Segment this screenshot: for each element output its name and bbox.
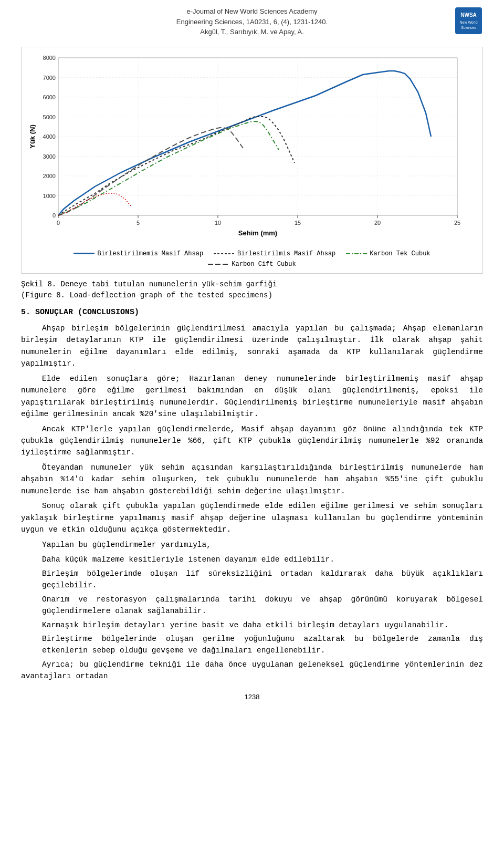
svg-text:5000: 5000 [43, 113, 56, 120]
header-text: e-Journal of New World Sciences Academy … [50, 6, 454, 37]
chart-container: 0 1000 2000 3000 4000 5000 6000 7000 800… [21, 47, 483, 274]
svg-text:4000: 4000 [43, 133, 56, 140]
legend-label-2: Birlestirilmis Masif Ahsap [237, 250, 335, 257]
header-line1: e-Journal of New World Sciences Academy [50, 6, 454, 17]
svg-text:Sehim (mm): Sehim (mm) [238, 229, 277, 237]
svg-text:New World: New World [459, 20, 477, 24]
page-number: 1238 [0, 693, 504, 711]
svg-text:8000: 8000 [43, 55, 56, 61]
paragraph-5: Sonuç olarak çift çubukla yapılan güçlen… [21, 500, 483, 535]
svg-text:5: 5 [136, 220, 140, 226]
svg-text:20: 20 [374, 220, 381, 226]
svg-text:3000: 3000 [43, 153, 56, 159]
legend-item-4: Karbon Cift Cubuk [208, 261, 296, 268]
legend-label-4: Karbon Cift Cubuk [232, 261, 296, 268]
main-content: 5. SONUÇLAR (CONCLUSIONS) Ahşap birleşim… [21, 306, 483, 682]
legend-item-2: Birlestirilmis Masif Ahsap [214, 250, 335, 257]
paragraph-4: Öteyandan numuneler yük sehim açısından … [21, 462, 483, 497]
svg-text:6000: 6000 [43, 94, 56, 100]
svg-text:0: 0 [57, 220, 60, 226]
paragraph-2: Elde edilen sonuçlara göre; Hazırlanan d… [21, 373, 483, 420]
caption-line1: Şekil 8. Deneye tabi tutulan numunelerin… [21, 279, 483, 290]
figure-caption: Şekil 8. Deneye tabi tutulan numunelerin… [21, 279, 483, 301]
legend-item-1: Birlestirilmemis Masif Ahsap [74, 250, 203, 257]
svg-text:15: 15 [295, 220, 301, 226]
legend-item-3: Karbon Tek Cubuk [346, 250, 430, 257]
paragraph-12: Ayrıca; bu güçlendirme tekniği ile daha … [21, 659, 483, 682]
chart-legend: Birlestirilmemis Masif Ahsap Birlestiril… [27, 250, 477, 268]
svg-text:10: 10 [215, 220, 221, 226]
header-line2: Engineering Sciences, 1A0231, 6, (4), 12… [50, 17, 454, 27]
caption-line2: (Figure 8. Load-deflection graph of the … [21, 290, 483, 301]
svg-text:Yük (N): Yük (N) [28, 125, 36, 149]
paragraph-6: Yapılan bu güçlendirmeler yardımıyla, [21, 539, 483, 551]
paragraph-8: Birleşim bölgelerinde oluşan lif süreksi… [21, 568, 483, 592]
paragraph-10: Karmaşık birleşim detayları yerine basit… [21, 619, 483, 631]
svg-text:25: 25 [454, 220, 460, 226]
nwsa-logo: NWSA New World Sciences [454, 6, 483, 35]
paragraph-7: Daha küçük malzeme kesitleriyle istenen … [21, 554, 483, 565]
svg-text:Sciences: Sciences [461, 26, 476, 29]
paragraph-11: Birleştirme bölgelerinde oluşan gerilme … [21, 633, 483, 657]
section-title: 5. SONUÇLAR (CONCLUSIONS) [21, 306, 483, 318]
paragraph-3: Ancak KTP'lerle yapılan güçlendirmelerde… [21, 423, 483, 459]
page-header: e-Journal of New World Sciences Academy … [0, 0, 504, 42]
svg-text:2000: 2000 [43, 173, 56, 179]
svg-text:1000: 1000 [43, 192, 56, 199]
svg-text:7000: 7000 [43, 74, 56, 80]
legend-label-1: Birlestirilmemis Masif Ahsap [97, 250, 203, 257]
paragraph-1: Ahşap birleşim bölgelerinin güçlendirilm… [21, 323, 483, 370]
header-line3: Akgül, T., Sarıbıyık, M. ve Apay, A. [50, 27, 454, 37]
chart-svg: 0 1000 2000 3000 4000 5000 6000 7000 800… [27, 53, 478, 247]
legend-label-3: Karbon Tek Cubuk [370, 250, 430, 257]
svg-text:NWSA: NWSA [460, 12, 477, 18]
paragraph-9: Onarım ve restorasyon çalışmalarında tar… [21, 594, 483, 617]
svg-text:0: 0 [52, 212, 56, 219]
